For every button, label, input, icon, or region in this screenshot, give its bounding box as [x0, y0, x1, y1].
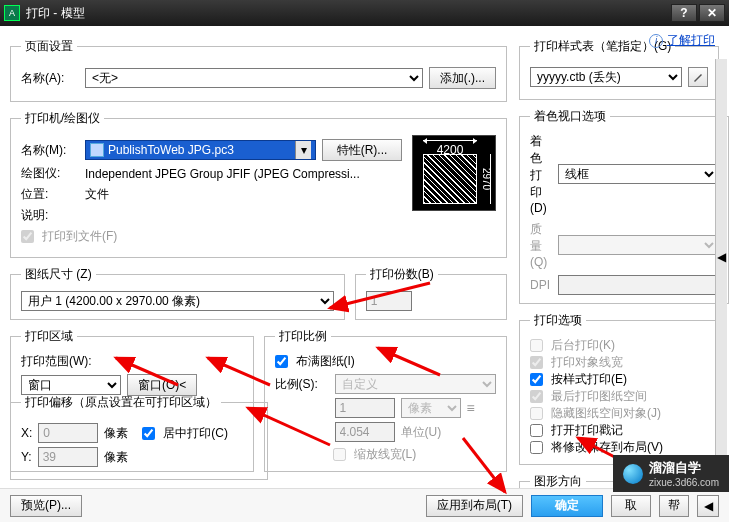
printer-group: 打印机/绘图仪 名称(M): PublishToWeb JPG.pc3 ▾ 特性… [10, 110, 507, 258]
printer-properties-button[interactable]: 特性(R)... [322, 139, 402, 161]
opt-plot-stamp[interactable]: 打开打印戳记 [530, 422, 708, 439]
paper-size-select[interactable]: 用户 1 (4200.00 x 2970.00 像素) [21, 291, 334, 311]
offset-y-unit: 像素 [104, 449, 128, 466]
plot-style-select[interactable]: yyyyy.ctb (丢失) [530, 67, 682, 87]
print-to-file-input [21, 230, 34, 243]
copies-legend: 打印份数(B) [366, 266, 438, 283]
where-value: 文件 [85, 186, 109, 203]
printer-device-icon [90, 143, 104, 157]
offset-x-input [38, 423, 98, 443]
page-setup-group: 页面设置 名称(A): <无> 添加(.)... [10, 38, 507, 102]
plot-options-legend: 打印选项 [530, 312, 586, 329]
copies-input [366, 291, 412, 311]
paper-preview: 4200 2970 [412, 135, 496, 211]
expand-panel-button[interactable]: ◀ [715, 59, 727, 455]
help-button[interactable]: 帮 [659, 495, 689, 517]
where-label: 位置: [21, 186, 79, 203]
plot-style-edit-button[interactable] [688, 67, 708, 87]
offset-x-label: X: [21, 426, 32, 440]
plot-offset-group: 打印偏移（原点设置在可打印区域） X: 像素 居中打印(C) Y: 像素 [10, 394, 268, 480]
shade-plot-select[interactable]: 线框 [558, 164, 718, 184]
shaded-viewport-legend: 着色视口选项 [530, 108, 610, 125]
learn-print-link[interactable]: 了解打印 [667, 32, 715, 49]
pagesetup-add-button[interactable]: 添加(.)... [429, 67, 496, 89]
offset-x-unit: 像素 [104, 425, 128, 442]
scale-numerator-input [335, 398, 395, 418]
opt-save-layout[interactable]: 将修改保存到布局(V) [530, 439, 708, 456]
description-label: 说明: [21, 207, 79, 224]
plot-range-select[interactable]: 窗口 [21, 375, 121, 395]
plot-range-label: 打印范围(W): [21, 353, 243, 370]
opt-lineweights: 打印对象线宽 [530, 354, 708, 371]
quality-select [558, 235, 718, 255]
minimize-button[interactable]: ? [671, 4, 697, 22]
fit-to-paper-input[interactable] [275, 355, 288, 368]
plotter-value: Independent JPEG Group JFIF (JPEG Compre… [85, 167, 360, 181]
scale-lineweight-input [333, 448, 346, 461]
plot-area-legend: 打印区域 [21, 328, 77, 345]
offset-y-label: Y: [21, 450, 32, 464]
offset-y-input [38, 447, 98, 467]
opt-background: 后台打印(K) [530, 337, 708, 354]
paper-size-group: 图纸尺寸 (Z) 用户 1 (4200.00 x 2970.00 像素) [10, 266, 345, 320]
quality-label: 质量(Q) [530, 221, 550, 269]
cancel-button[interactable]: 取 [611, 495, 651, 517]
scale-ratio-label: 比例(S): [275, 376, 329, 393]
dpi-label: DPI [530, 278, 550, 292]
opt-hide-paperspace: 隐藏图纸空间对象(J) [530, 405, 708, 422]
print-to-file-checkbox: 打印到文件(F) [21, 228, 117, 245]
printer-legend: 打印机/绘图仪 [21, 110, 104, 127]
ok-button[interactable]: 确定 [531, 495, 603, 517]
scale-denominator-input [335, 422, 395, 442]
opt-paperspace-last: 最后打印图纸空间 [530, 388, 708, 405]
plot-options-group: 打印选项 后台打印(K) 打印对象线宽 按样式打印(E) 最后打印图纸空间 隐藏… [519, 312, 719, 465]
scale-ratio-select: 自定义 [335, 374, 497, 394]
plot-offset-legend: 打印偏移（原点设置在可打印区域） [21, 394, 221, 411]
paper-size-legend: 图纸尺寸 (Z) [21, 266, 96, 283]
scale-unit-select: 像素 [401, 398, 461, 418]
shaded-viewport-group: 着色视口选项 着色打印(D) 线框 质量(Q) DPI [519, 108, 729, 304]
collapse-button[interactable]: ◀ [697, 495, 719, 517]
shade-plot-label: 着色打印(D) [530, 133, 550, 215]
window-title: 打印 - 模型 [26, 5, 669, 22]
watermark: 溜溜自学 zixue.3d66.com [613, 455, 729, 492]
chevron-left-icon: ◀ [717, 250, 726, 264]
plot-scale-group: 打印比例 布满图纸(I) 比例(S): 自定义 [264, 328, 508, 472]
preview-button[interactable]: 预览(P)... [10, 495, 82, 517]
opt-plotstyles[interactable]: 按样式打印(E) [530, 371, 708, 388]
chevron-left-icon: ◀ [704, 499, 713, 513]
watermark-url: zixue.3d66.com [649, 477, 719, 488]
pagesetup-name-select[interactable]: <无> [85, 68, 423, 88]
printer-name-value: PublishToWeb JPG.pc3 [108, 143, 234, 157]
window-pick-button[interactable]: 窗口(O)< [127, 374, 197, 396]
printer-name-label: 名称(M): [21, 142, 79, 159]
close-button[interactable]: ✕ [699, 4, 725, 22]
pencil-icon [692, 71, 704, 83]
scale-lineweight-checkbox: 缩放线宽(L) [333, 446, 497, 463]
pagesetup-name-label: 名称(A): [21, 70, 79, 87]
center-plot-checkbox[interactable]: 居中打印(C) [142, 425, 228, 442]
dpi-input [558, 275, 718, 295]
center-plot-input[interactable] [142, 427, 155, 440]
apply-to-layout-button[interactable]: 应用到布局(T) [426, 495, 523, 517]
watermark-brand: 溜溜自学 [649, 459, 719, 477]
watermark-logo-icon [623, 464, 643, 484]
app-icon: A [4, 5, 20, 21]
page-setup-legend: 页面设置 [21, 38, 77, 55]
copies-group: 打印份数(B) [355, 266, 507, 320]
chevron-down-icon: ▾ [295, 141, 311, 159]
fit-to-paper-checkbox[interactable]: 布满图纸(I) [275, 353, 497, 370]
info-icon: i [649, 34, 663, 48]
equals-icon: ≡ [467, 401, 475, 415]
printer-name-select[interactable]: PublishToWeb JPG.pc3 ▾ [85, 140, 316, 160]
scale-den-unit: 单位(U) [401, 424, 442, 441]
plotter-label: 绘图仪: [21, 165, 79, 182]
plot-scale-legend: 打印比例 [275, 328, 331, 345]
